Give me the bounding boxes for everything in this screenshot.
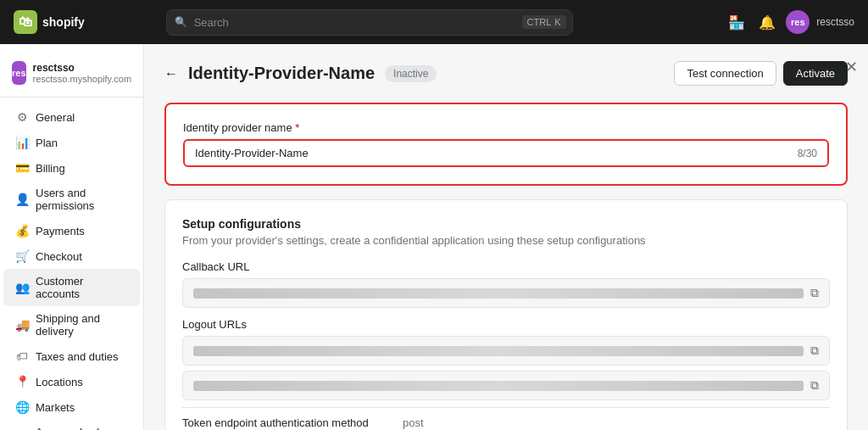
bell-icon-btn[interactable]: 🔔 — [755, 11, 779, 34]
callback-url-label: Callback URL — [182, 260, 830, 273]
sidebar-item-label: Checkout — [36, 250, 82, 263]
general-icon: ⚙ — [15, 110, 29, 124]
callback-url-value — [193, 288, 804, 299]
info-val-token: post — [403, 416, 424, 429]
plan-icon: 📊 — [15, 136, 29, 149]
page-title: Identity-Provider-Name — [188, 64, 375, 83]
search-bar[interactable]: 🔍 CTRL K — [166, 9, 573, 36]
logout-url-field-2: ⧉ — [182, 371, 830, 400]
sidebar-item-label: Apps and sales channels — [36, 426, 128, 430]
search-input[interactable] — [166, 9, 573, 36]
info-row-token: Token endpoint authentication method pos… — [182, 408, 830, 430]
sidebar-user-info: resctsso resctsso.myshopify.com — [33, 62, 132, 84]
sidebar-item-taxes[interactable]: 🏷 Taxes and duties — [3, 343, 140, 369]
copy-callback-url-icon[interactable]: ⧉ — [810, 286, 819, 300]
main-layout: res resctsso resctsso.myshopify.com ⚙ Ge… — [0, 44, 868, 430]
sidebar-item-checkout[interactable]: 🛒 Checkout — [3, 243, 140, 269]
sidebar-item-label: Locations — [36, 376, 83, 388]
identity-provider-name-card: Identity provider name * 8/30 — [164, 103, 848, 186]
store-icon-btn[interactable]: 🏪 — [725, 11, 748, 34]
sidebar-item-billing[interactable]: 💳 Billing — [3, 155, 140, 181]
main-content: ← Identity-Provider-Name Inactive Test c… — [144, 44, 868, 430]
topnav-store-name: resctsso — [816, 16, 854, 28]
setup-config-desc: From your provider's settings, create a … — [182, 234, 830, 247]
taxes-icon: 🏷 — [15, 349, 29, 363]
logout-url-field-1: ⧉ — [182, 336, 830, 366]
header-actions: Test connection Activate — [674, 61, 848, 86]
test-connection-button[interactable]: Test connection — [674, 61, 776, 86]
topnav: 🛍 shopify 🔍 CTRL K 🏪 🔔 res resctsso — [0, 0, 868, 44]
sidebar-store-url: resctsso.myshopify.com — [33, 74, 132, 84]
sidebar-avatar: res — [12, 61, 26, 85]
sidebar-item-label: Customer accounts — [36, 275, 128, 300]
info-table: Token endpoint authentication method pos… — [182, 407, 830, 430]
shopify-bag-icon: 🛍 — [14, 10, 37, 34]
activate-button[interactable]: Activate — [783, 61, 848, 86]
setup-configurations-card: Setup configurations From your provider'… — [164, 199, 848, 430]
sidebar-item-label: Payments — [36, 225, 85, 237]
info-key-token: Token endpoint authentication method — [182, 416, 403, 429]
sidebar-item-markets[interactable]: 🌐 Markets — [3, 394, 140, 420]
search-icon: 🔍 — [175, 16, 187, 28]
sidebar-item-plan[interactable]: 📊 Plan — [3, 130, 140, 155]
shipping-icon: 🚚 — [15, 318, 29, 332]
sidebar: res resctsso resctsso.myshopify.com ⚙ Ge… — [0, 44, 144, 430]
sidebar-user-name: resctsso — [33, 62, 132, 74]
sidebar-item-label: Markets — [36, 401, 75, 414]
page-header: ← Identity-Provider-Name Inactive Test c… — [164, 61, 848, 86]
locations-icon: 📍 — [15, 375, 29, 388]
copy-logout-url-1-icon[interactable]: ⧉ — [810, 343, 819, 358]
sidebar-item-locations[interactable]: 📍 Locations — [3, 369, 140, 394]
sidebar-item-apps[interactable]: 📦 Apps and sales channels — [3, 420, 140, 430]
sidebar-item-label: Taxes and duties — [36, 350, 119, 363]
setup-config-title: Setup configurations — [182, 217, 830, 231]
sidebar-item-label: Billing — [36, 162, 65, 175]
sidebar-item-label: Plan — [36, 137, 58, 149]
callback-url-field: ⧉ — [182, 278, 830, 308]
sidebar-item-payments[interactable]: 💰 Payments — [3, 218, 140, 243]
sidebar-item-users[interactable]: 👤 Users and permissions — [3, 181, 140, 218]
logout-urls-label: Logout URLs — [182, 318, 830, 331]
close-button[interactable]: ✕ — [842, 54, 861, 80]
status-badge: Inactive — [385, 65, 437, 82]
required-indicator: * — [295, 121, 299, 134]
provider-name-input[interactable] — [195, 147, 798, 159]
sidebar-item-general[interactable]: ⚙ General — [3, 104, 140, 130]
topnav-avatar[interactable]: res — [786, 10, 810, 34]
sidebar-item-label: Shipping and delivery — [36, 312, 128, 338]
logout-url-value-1 — [193, 346, 804, 356]
logout-url-value-2 — [193, 381, 804, 391]
topnav-right: 🏪 🔔 res resctsso — [725, 10, 854, 34]
payments-icon: 💰 — [15, 224, 29, 237]
users-icon: 👤 — [15, 193, 29, 206]
copy-logout-url-2-icon[interactable]: ⧉ — [810, 378, 819, 393]
checkout-icon: 🛒 — [15, 249, 29, 263]
provider-name-input-wrapper: 8/30 — [183, 139, 829, 167]
sidebar-item-shipping[interactable]: 🚚 Shipping and delivery — [3, 306, 140, 343]
sidebar-item-label: Users and permissions — [36, 187, 128, 212]
back-button[interactable]: ← — [164, 66, 178, 81]
sidebar-user-section: res resctsso resctsso.myshopify.com — [0, 54, 143, 98]
close-panel: ✕ — [842, 54, 861, 80]
shopify-wordmark: shopify — [42, 15, 85, 29]
markets-icon: 🌐 — [15, 400, 29, 414]
shopify-logo: 🛍 shopify — [14, 10, 85, 34]
sidebar-item-label: General — [36, 111, 75, 124]
search-shortcut: CTRL K — [522, 15, 566, 29]
customer-accounts-icon: 👥 — [15, 281, 29, 294]
provider-name-label: Identity provider name * — [183, 121, 829, 134]
char-count: 8/30 — [798, 148, 817, 159]
billing-icon: 💳 — [15, 161, 29, 175]
sidebar-item-customer-accounts[interactable]: 👥 Customer accounts — [3, 269, 140, 306]
